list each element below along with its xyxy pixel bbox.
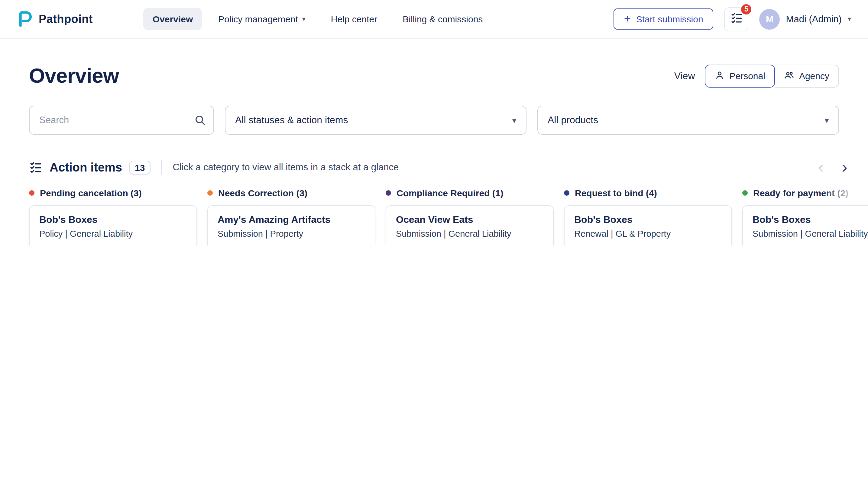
page-title: Overview — [29, 64, 119, 88]
carousel-prev-button[interactable]: ‹ — [818, 159, 824, 176]
category-label[interactable]: Compliance Required (1) — [386, 188, 554, 198]
card-insured-name: Bob's Boxes — [39, 214, 187, 225]
action-item-card[interactable]: Bob's Boxes Policy | General Liability S… — [29, 205, 197, 246]
action-items-count-badge: 13 — [129, 160, 150, 174]
product-filter-value: All products — [548, 115, 598, 126]
card-insured-name: Bob's Boxes — [753, 214, 868, 225]
nav-item-billing-commissions[interactable]: Billing & comissions — [394, 8, 492, 30]
card-insured-name: Bob's Boxes — [574, 214, 722, 225]
card-insured-name: Ocean View Eats — [396, 214, 543, 225]
chevron-down-icon: ▾ — [825, 116, 829, 124]
nav-item-label: Policy management — [218, 14, 298, 24]
pathpoint-logo-icon — [17, 11, 33, 27]
search-input[interactable] — [29, 106, 214, 135]
chevron-left-icon: ‹ — [818, 159, 824, 176]
navbar-actions: + Start submission 5 M Madi (Admin) ▾ — [614, 7, 851, 31]
card-insured-name: Amy's Amazing Artifacts — [218, 214, 365, 225]
people-icon — [784, 70, 794, 82]
category-label-text: Compliance Required (1) — [397, 188, 503, 198]
app-root: Pathpoint Overview Policy management ▾ H… — [0, 0, 868, 246]
status-dot-icon — [564, 190, 569, 196]
view-toggle-personal[interactable]: Personal — [705, 64, 775, 87]
card-meta: Submission | Property — [218, 229, 365, 238]
action-category-ready-for-payment: Ready for payment (2) Bob's Boxes Submis… — [742, 188, 868, 246]
status-dot-icon — [742, 190, 748, 196]
title-row: Overview View Personal Agency — [29, 64, 839, 88]
action-item-card[interactable]: Amy's Amazing Artifacts Submission | Pro… — [207, 205, 375, 246]
card-meta: Policy | General Liability — [39, 229, 187, 238]
view-toggle-label: Personal — [730, 71, 765, 81]
action-category-compliance-required: Compliance Required (1) Ocean View Eats … — [386, 188, 554, 246]
nav-item-overview[interactable]: Overview — [143, 8, 202, 30]
divider — [161, 160, 162, 175]
category-label-text: Pending cancelation (3) — [40, 188, 142, 198]
user-menu[interactable]: M Madi (Admin) ▾ — [759, 9, 851, 29]
status-filter-select[interactable]: All statuses & action items ▾ — [225, 106, 526, 135]
start-submission-button[interactable]: + Start submission — [614, 8, 713, 30]
top-navbar: Pathpoint Overview Policy management ▾ H… — [0, 0, 868, 39]
carousel-pager: ‹ › — [818, 159, 847, 176]
product-filter-select[interactable]: All products ▾ — [537, 106, 839, 135]
carousel-next-button[interactable]: › — [842, 159, 847, 176]
notification-badge: 5 — [740, 3, 753, 16]
status-dot-icon — [29, 190, 34, 196]
category-label[interactable]: Request to bind (4) — [564, 188, 732, 198]
action-items-hint: Click a category to view all items in a … — [172, 162, 399, 173]
view-label: View — [674, 70, 695, 81]
brand-home-link[interactable]: Pathpoint — [17, 11, 93, 27]
action-items-section: Action items 13 Click a category to view… — [0, 159, 868, 246]
action-items-carousel: Pending cancelation (3) Bob's Boxes Poli… — [29, 188, 868, 246]
card-meta: Renewal | GL & Property — [574, 229, 722, 238]
plus-icon: + — [624, 13, 631, 24]
view-toggle-agency[interactable]: Agency — [775, 64, 839, 87]
chevron-right-icon: › — [842, 159, 847, 176]
action-category-pending-cancelation: Pending cancelation (3) Bob's Boxes Poli… — [29, 188, 197, 246]
action-items-header: Action items 13 Click a category to view… — [29, 159, 868, 176]
search-box — [29, 106, 214, 135]
status-dot-icon — [386, 190, 391, 196]
category-label[interactable]: Pending cancelation (3) — [29, 188, 197, 198]
status-filter-value: All statuses & action items — [235, 115, 348, 126]
main-content: Overview View Personal Agency — [0, 64, 868, 246]
chevron-down-icon: ▾ — [848, 16, 851, 22]
action-item-card[interactable]: Ocean View Eats Submission | General Lia… — [386, 205, 554, 246]
person-icon — [714, 70, 725, 82]
category-label[interactable]: Ready for payment (2) — [742, 188, 868, 198]
user-avatar: M — [759, 9, 780, 29]
filters-row: All statuses & action items ▾ All produc… — [29, 106, 839, 135]
action-items-title: Action items — [50, 160, 122, 174]
chevron-down-icon: ▾ — [512, 116, 516, 124]
action-items-tray-button[interactable]: 5 — [725, 7, 749, 31]
nav-item-policy-management[interactable]: Policy management ▾ — [209, 8, 315, 30]
action-item-card[interactable]: Bob's Boxes Renewal | GL & Property Sinc… — [564, 205, 732, 246]
action-item-card[interactable]: Bob's Boxes Submission | General Liabili… — [742, 205, 868, 246]
chevron-down-icon: ▾ — [302, 16, 305, 22]
category-label-text: Needs Correction (3) — [218, 188, 307, 198]
search-icon — [194, 114, 206, 126]
action-category-request-to-bind: Request to bind (4) Bob's Boxes Renewal … — [564, 188, 732, 246]
category-label[interactable]: Needs Correction (3) — [207, 188, 375, 198]
category-label-text: Ready for payment (2) — [753, 188, 848, 198]
card-meta: Submission | General Liability — [396, 229, 543, 238]
view-toggle-group: View Personal Agency — [674, 64, 839, 87]
checklist-icon — [29, 161, 42, 174]
view-toggle-label: Agency — [799, 71, 829, 81]
checklist-icon — [730, 11, 743, 27]
card-meta: Submission | General Liability — [753, 229, 868, 238]
action-category-needs-correction: Needs Correction (3) Amy's Amazing Artif… — [207, 188, 375, 246]
brand-name: Pathpoint — [39, 12, 93, 26]
view-toggle: Personal Agency — [705, 64, 839, 87]
start-submission-label: Start submission — [636, 14, 703, 24]
category-label-text: Request to bind (4) — [575, 188, 657, 198]
nav-item-help-center[interactable]: Help center — [322, 8, 386, 30]
user-name: Madi (Admin) — [786, 13, 842, 25]
status-dot-icon — [207, 190, 213, 196]
primary-nav: Overview Policy management ▾ Help center… — [143, 8, 492, 30]
